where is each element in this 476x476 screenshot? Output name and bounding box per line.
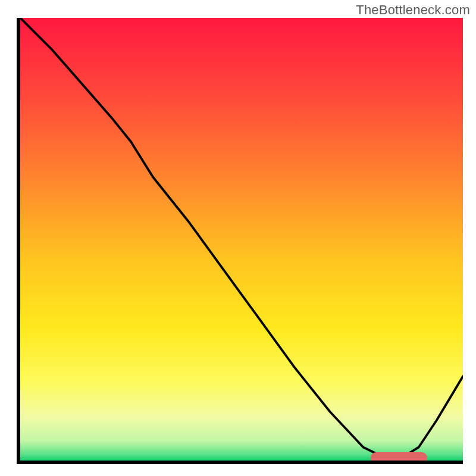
viewport: TheBottleneck.com bbox=[0, 0, 476, 476]
curve-layer bbox=[20, 18, 463, 461]
bottleneck-curve bbox=[20, 18, 463, 458]
watermark-text: TheBottleneck.com bbox=[356, 2, 470, 18]
optimal-range-marker bbox=[371, 452, 427, 464]
plot-frame bbox=[17, 18, 463, 464]
